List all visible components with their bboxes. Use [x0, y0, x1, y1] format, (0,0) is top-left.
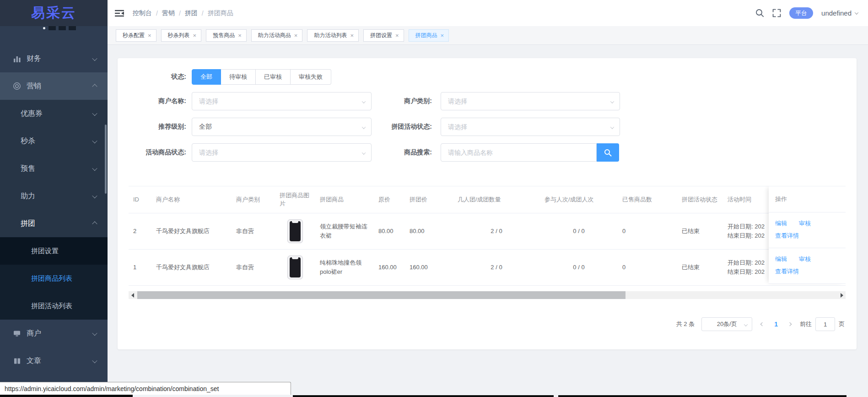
- status-option-approved[interactable]: 已审核: [256, 69, 291, 85]
- sidebar-item-label: 财务: [27, 54, 41, 64]
- sidebar-item-groupbuy-activities[interactable]: 拼团活动列表: [0, 292, 108, 320]
- close-icon[interactable]: ×: [148, 33, 151, 38]
- sidebar-item-label: 商户: [27, 329, 41, 338]
- close-icon[interactable]: ×: [350, 33, 354, 38]
- merchant-type-label: 商户类别:: [372, 97, 432, 105]
- next-page-button[interactable]: [787, 323, 793, 326]
- chevron-up-icon: [93, 82, 97, 90]
- review-link[interactable]: 审核: [799, 219, 811, 228]
- user-menu[interactable]: undefined: [821, 9, 858, 17]
- merchant-type-select[interactable]: [441, 92, 620, 110]
- start-date: 开始日期: 202: [728, 222, 765, 231]
- activity-status-input[interactable]: [441, 123, 620, 131]
- product-search-input[interactable]: [441, 149, 596, 156]
- merchant-name-select[interactable]: [192, 92, 372, 110]
- search-button[interactable]: [597, 143, 619, 162]
- sidebar-item-seckill[interactable]: 秒杀: [0, 127, 108, 155]
- review-link[interactable]: 审核: [799, 255, 811, 263]
- edit-link[interactable]: 编辑: [775, 255, 787, 263]
- page-size-value: 20条/页: [717, 320, 737, 328]
- tab-label: 拼团设置: [370, 32, 392, 39]
- sidebar-item-label: 拼团商品列表: [31, 274, 72, 283]
- sidebar-item-marketing[interactable]: 营销: [0, 72, 108, 100]
- tab-assist-list[interactable]: 助力活动列表 ×: [307, 29, 359, 42]
- scroll-left-arrow-icon[interactable]: [129, 291, 136, 299]
- breadcrumb-item[interactable]: 营销: [162, 9, 175, 17]
- cell-image: [275, 250, 315, 285]
- status-url-tooltip: https://admin.yicaicloud.com/admin/marke…: [0, 382, 291, 395]
- marketing-icon: [13, 82, 21, 90]
- product-search-field[interactable]: [441, 143, 597, 162]
- col-header-product: 拼团商品: [315, 186, 374, 213]
- products-table: ID 商户名称 商户类别 拼团商品图片 拼团商品 原价 拼团价 几人团/成团数量…: [129, 186, 846, 286]
- tab-label: 秒杀列表: [168, 32, 190, 39]
- close-icon[interactable]: ×: [238, 33, 242, 38]
- cell-sold: 0: [618, 250, 677, 285]
- sidebar-item-merchant[interactable]: 商户: [0, 320, 108, 347]
- topbar-actions: 平台 undefined: [755, 7, 858, 19]
- sidebar-item-finance[interactable]: 财务: [0, 45, 108, 72]
- cell-price: 80.00: [374, 213, 405, 249]
- current-page[interactable]: 1: [772, 321, 780, 328]
- breadcrumb-item[interactable]: 控制台: [133, 9, 152, 17]
- sidebar: 易采云 财务 营销 优惠券: [0, 0, 108, 397]
- sidebar-item-label: 预售: [21, 164, 35, 174]
- sidebar-item-clipped[interactable]: [0, 26, 108, 31]
- close-icon[interactable]: ×: [193, 33, 197, 38]
- merchant-name-input[interactable]: [192, 98, 371, 105]
- tab-seckill-config[interactable]: 秒杀配置 ×: [116, 29, 156, 42]
- scrollbar-thumb[interactable]: [137, 291, 625, 299]
- cell-sold: 0: [618, 213, 677, 249]
- status-label: 状态:: [129, 73, 186, 81]
- view-detail-link[interactable]: 查看详情: [775, 232, 799, 239]
- product-image[interactable]: [287, 219, 303, 243]
- close-icon[interactable]: ×: [294, 33, 298, 38]
- tab-groupbuy-settings[interactable]: 拼团设置 ×: [363, 29, 404, 42]
- breadcrumb-item[interactable]: 拼团: [185, 9, 198, 17]
- hamburger-icon[interactable]: [114, 8, 124, 18]
- table-row: 2 千鸟爱好文具旗舰店 非自营 领立裁腰带短袖连衣裙 80.00 80.00 2…: [129, 213, 846, 250]
- sidebar-item-presale[interactable]: 预售: [0, 155, 108, 182]
- close-icon[interactable]: ×: [441, 33, 444, 38]
- status-option-all[interactable]: 全部: [192, 69, 221, 85]
- product-status-select[interactable]: [192, 143, 372, 162]
- status-option-pending[interactable]: 待审核: [221, 69, 256, 85]
- sidebar-scrollbar[interactable]: [105, 125, 107, 194]
- close-icon[interactable]: ×: [395, 33, 399, 38]
- cell-merchant: 千鸟爱好文具旗舰店: [151, 250, 232, 285]
- tab-groupbuy-products[interactable]: 拼团商品 ×: [409, 29, 449, 42]
- status-option-rejected[interactable]: 审核失败: [291, 69, 331, 85]
- goto-page-input[interactable]: [815, 317, 835, 331]
- end-date: 结束日期: 202: [728, 267, 765, 277]
- activity-status-select[interactable]: [441, 118, 620, 136]
- sidebar-item-groupbuy-products[interactable]: 拼团商品列表: [0, 265, 108, 292]
- chevron-down-icon: [93, 192, 97, 200]
- product-status-input[interactable]: [192, 149, 371, 156]
- sidebar-item-coupon[interactable]: 优惠券: [0, 100, 108, 127]
- tab-label: 秒杀配置: [123, 32, 145, 39]
- page-size-select[interactable]: 20条/页: [701, 317, 752, 331]
- col-header-join-count: 参与人次/成团人次: [540, 186, 618, 213]
- col-header-sold: 已售商品数: [618, 186, 677, 213]
- product-image[interactable]: [287, 256, 303, 279]
- cell-status: 已结束: [677, 213, 723, 249]
- tab-presale-products[interactable]: 预售商品 ×: [206, 29, 247, 42]
- view-detail-link[interactable]: 查看详情: [775, 268, 799, 275]
- edit-link[interactable]: 编辑: [775, 219, 787, 228]
- sidebar-item-article[interactable]: 文章: [0, 347, 108, 375]
- recommend-level-input[interactable]: [192, 123, 371, 131]
- chevron-down-icon: [93, 109, 97, 118]
- tab-assist-products[interactable]: 助力活动商品 ×: [251, 29, 303, 42]
- sidebar-item-groupbuy-settings[interactable]: 拼团设置: [0, 237, 108, 265]
- merchant-type-input[interactable]: [441, 98, 620, 105]
- recommend-level-select[interactable]: [192, 118, 372, 136]
- prev-page-button[interactable]: [759, 323, 766, 326]
- sidebar-item-groupbuy[interactable]: 拼团: [0, 210, 108, 237]
- sidebar-item-label: 助力: [21, 191, 35, 201]
- tab-seckill-list[interactable]: 秒杀列表 ×: [161, 29, 202, 42]
- scroll-right-arrow-icon[interactable]: [838, 291, 846, 299]
- horizontal-scrollbar[interactable]: [129, 291, 846, 299]
- search-icon[interactable]: [755, 9, 764, 17]
- sidebar-item-assist[interactable]: 助力: [0, 182, 108, 210]
- fullscreen-icon[interactable]: [772, 9, 781, 17]
